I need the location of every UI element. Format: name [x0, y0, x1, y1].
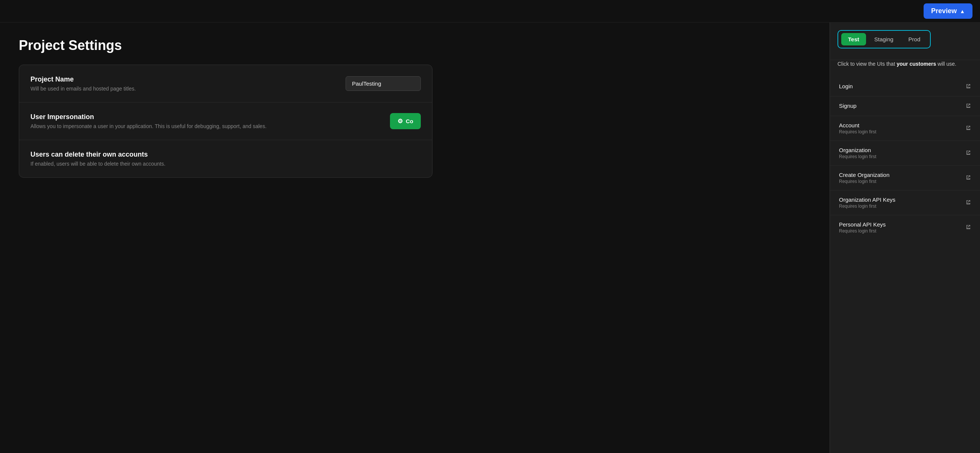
- nav-item-account[interactable]: Account Requires login first: [830, 116, 980, 141]
- nav-item-organization-title: Organization: [839, 147, 961, 153]
- gear-icon: ⚙: [398, 117, 403, 125]
- external-link-icon-create-org: [966, 175, 971, 181]
- configure-button[interactable]: ⚙ Co: [390, 113, 421, 129]
- preview-button[interactable]: Preview ▲: [924, 3, 972, 19]
- nav-item-organization-subtitle: Requires login first: [839, 154, 961, 159]
- delete-accounts-row: Users can delete their own accounts If e…: [19, 140, 432, 177]
- nav-item-account-title: Account: [839, 122, 961, 128]
- nav-item-login-title: Login: [839, 83, 961, 89]
- delete-accounts-desc: If enabled, users will be able to delete…: [30, 161, 421, 167]
- main-content: Project Settings Project Name Will be us…: [0, 22, 451, 193]
- configure-button-label: Co: [406, 118, 413, 124]
- external-link-icon-signup: [966, 103, 971, 109]
- impersonation-desc: Allows you to impersonate a user in your…: [30, 123, 390, 129]
- external-link-icon-org-api-keys: [966, 200, 971, 206]
- project-name-desc: Will be used in emails and hosted page t…: [30, 86, 345, 92]
- right-panel: Test Staging Prod Click to view the UIs …: [830, 22, 980, 453]
- preview-button-label: Preview: [931, 7, 957, 15]
- external-link-icon-organization: [966, 150, 971, 156]
- project-name-title: Project Name: [30, 76, 345, 83]
- project-name-input[interactable]: [345, 76, 421, 91]
- user-impersonation-row: User Impersonation Allows you to imperso…: [19, 103, 432, 140]
- nav-item-account-subtitle: Requires login first: [839, 129, 961, 135]
- tab-staging[interactable]: Staging: [867, 33, 900, 46]
- nav-item-create-organization[interactable]: Create Organization Requires login first: [830, 166, 980, 190]
- settings-card: Project Name Will be used in emails and …: [19, 65, 433, 178]
- external-link-icon-account: [966, 125, 971, 131]
- nav-item-create-org-title: Create Organization: [839, 172, 961, 178]
- nav-item-login[interactable]: Login: [830, 77, 980, 97]
- env-description: Click to view the UIs that your customer…: [830, 60, 980, 74]
- page-title: Project Settings: [19, 38, 433, 53]
- tab-test[interactable]: Test: [841, 33, 866, 46]
- external-link-icon-personal-api-keys: [966, 224, 971, 231]
- tab-prod[interactable]: Prod: [902, 33, 928, 46]
- nav-item-org-api-keys[interactable]: Organization API Keys Requires login fir…: [830, 190, 980, 215]
- nav-item-personal-api-keys-subtitle: Requires login first: [839, 228, 961, 234]
- chevron-icon: ▲: [960, 8, 965, 14]
- nav-item-signup-title: Signup: [839, 103, 961, 109]
- nav-item-organization[interactable]: Organization Requires login first: [830, 141, 980, 166]
- env-tabs-container: Test Staging Prod: [837, 30, 931, 49]
- impersonation-title: User Impersonation: [30, 113, 390, 121]
- nav-item-org-api-keys-subtitle: Requires login first: [839, 204, 961, 209]
- nav-item-signup[interactable]: Signup: [830, 97, 980, 116]
- nav-item-create-org-subtitle: Requires login first: [839, 179, 961, 184]
- delete-accounts-title: Users can delete their own accounts: [30, 150, 421, 158]
- nav-items: Login Signup Account Requires: [830, 74, 980, 240]
- nav-item-org-api-keys-title: Organization API Keys: [839, 196, 961, 203]
- nav-item-personal-api-keys-title: Personal API Keys: [839, 221, 961, 228]
- top-bar: Preview ▲: [0, 0, 980, 22]
- external-link-icon-login: [966, 83, 971, 90]
- env-tabs-wrapper: Test Staging Prod: [830, 30, 980, 60]
- nav-item-personal-api-keys[interactable]: Personal API Keys Requires login first: [830, 215, 980, 240]
- project-name-row: Project Name Will be used in emails and …: [19, 65, 432, 103]
